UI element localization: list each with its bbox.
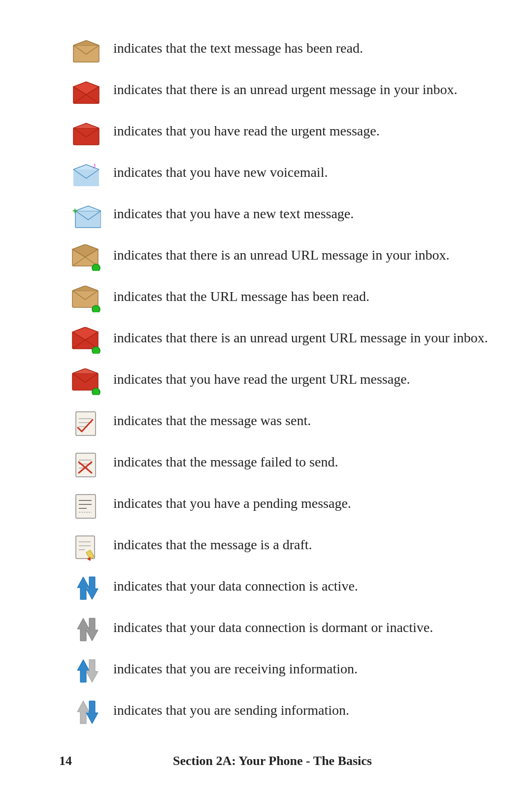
item-description: indicates that you have a pending messag… xyxy=(113,492,493,514)
item-description: indicates that the text message has been… xyxy=(113,36,493,59)
svg-marker-49 xyxy=(77,660,89,682)
item-description: indicates that your data connection is d… xyxy=(113,616,493,638)
arrows-active-icon xyxy=(69,575,103,602)
doc-clock-icon xyxy=(69,493,103,519)
icon-cell: ♪ xyxy=(59,161,113,188)
doc-x-icon xyxy=(69,451,103,478)
icon-cell xyxy=(59,119,113,147)
envelope-urgent-read-icon xyxy=(69,120,103,147)
icon-cell xyxy=(59,367,113,395)
envelope-url-unread-icon xyxy=(69,244,103,271)
list-item: indicates that you have a pending messag… xyxy=(59,485,493,526)
icon-cell xyxy=(59,36,113,64)
envelope-new-text-icon: + xyxy=(69,203,103,230)
item-description: indicates that you have read the urgent … xyxy=(113,367,493,390)
svg-marker-46 xyxy=(86,577,98,599)
list-item: indicates that you are receiving informa… xyxy=(59,650,493,692)
svg-rect-34 xyxy=(76,495,96,518)
icon-cell xyxy=(59,698,113,726)
item-description: indicates that the message failed to sen… xyxy=(113,450,493,472)
arrows-receiving-icon xyxy=(69,658,103,685)
icon-cell xyxy=(59,616,113,643)
icon-cell xyxy=(59,78,113,105)
arrows-dormant-icon xyxy=(69,617,103,643)
svg-marker-51 xyxy=(77,701,89,724)
list-item: indicates that there is an unread urgent… xyxy=(59,71,493,112)
svg-marker-45 xyxy=(77,577,89,599)
list-item: indicates that the message was sent. xyxy=(59,402,493,443)
item-description: indicates that the message is a draft. xyxy=(113,533,493,555)
envelope-urgent-url-read-icon xyxy=(69,368,103,395)
list-item: indicates that the URL message has been … xyxy=(59,278,493,319)
icon-cell xyxy=(59,533,113,561)
item-description: indicates that the URL message has been … xyxy=(113,285,493,307)
icon-cell xyxy=(59,492,113,519)
item-description: indicates that there is an unread urgent… xyxy=(113,326,493,348)
item-description: indicates that the message was sent. xyxy=(113,409,493,431)
list-item: indicates that there is an unread URL me… xyxy=(59,236,493,278)
envelope-urgent-unread-icon xyxy=(69,79,103,105)
item-description: indicates that you have read the urgent … xyxy=(113,119,493,141)
envelope-voicemail-icon: ♪ xyxy=(69,162,103,188)
icon-cell xyxy=(59,574,113,602)
list-item: ♪ indicates that you have new voicemail. xyxy=(59,154,493,195)
item-description: indicates that you have a new text messa… xyxy=(113,202,493,224)
icon-cell xyxy=(59,285,113,312)
svg-text:+: + xyxy=(72,206,78,216)
icon-cell xyxy=(59,657,113,685)
icon-cell xyxy=(59,326,113,354)
list-item: indicates that you have read the urgent … xyxy=(59,112,493,154)
footer: 14 Section 2A: Your Phone - The Basics xyxy=(0,754,532,768)
doc-pencil-icon xyxy=(69,534,103,561)
list-item: indicates that you are sending informati… xyxy=(59,692,493,733)
list-item: indicates that you have read the urgent … xyxy=(59,361,493,402)
list-item: indicates that your data connection is a… xyxy=(59,567,493,609)
icon-list: indicates that the text message has been… xyxy=(59,30,493,733)
svg-text:♪: ♪ xyxy=(92,163,97,170)
envelope-read-icon xyxy=(69,37,103,64)
item-description: indicates that you have new voicemail. xyxy=(113,161,493,183)
svg-point-16 xyxy=(92,305,100,312)
icon-cell: + xyxy=(59,202,113,230)
envelope-urgent-url-unread-icon xyxy=(69,327,103,354)
section-title: Section 2A: Your Phone - The Basics xyxy=(72,754,493,768)
svg-marker-50 xyxy=(86,660,98,682)
svg-marker-47 xyxy=(77,618,89,641)
list-item: indicates that there is an unread urgent… xyxy=(59,319,493,361)
page-number: 14 xyxy=(59,754,72,768)
item-description: indicates that you are sending informati… xyxy=(113,698,493,721)
icon-cell xyxy=(59,243,113,271)
svg-marker-48 xyxy=(86,618,98,641)
item-description: indicates that there is an unread urgent… xyxy=(113,78,493,100)
icon-cell xyxy=(59,409,113,436)
svg-point-14 xyxy=(92,264,100,271)
item-description: indicates that you are receiving informa… xyxy=(113,657,493,679)
doc-check-icon xyxy=(69,410,103,436)
list-item: indicates that the text message has been… xyxy=(59,30,493,71)
icon-cell xyxy=(59,450,113,478)
item-description: indicates that your data connection is a… xyxy=(113,574,493,597)
list-item: + indicates that you have a new text mes… xyxy=(59,195,493,236)
svg-marker-52 xyxy=(86,701,98,724)
item-description: indicates that there is an unread URL me… xyxy=(113,243,493,266)
svg-rect-24 xyxy=(76,412,96,435)
svg-point-23 xyxy=(92,388,100,395)
envelope-url-read-icon xyxy=(69,286,103,312)
list-item: indicates that the message is a draft. xyxy=(59,526,493,567)
svg-point-21 xyxy=(92,347,100,354)
arrows-sending-icon xyxy=(69,699,103,726)
list-item: indicates that your data connection is d… xyxy=(59,609,493,650)
list-item: indicates that the message failed to sen… xyxy=(59,443,493,485)
